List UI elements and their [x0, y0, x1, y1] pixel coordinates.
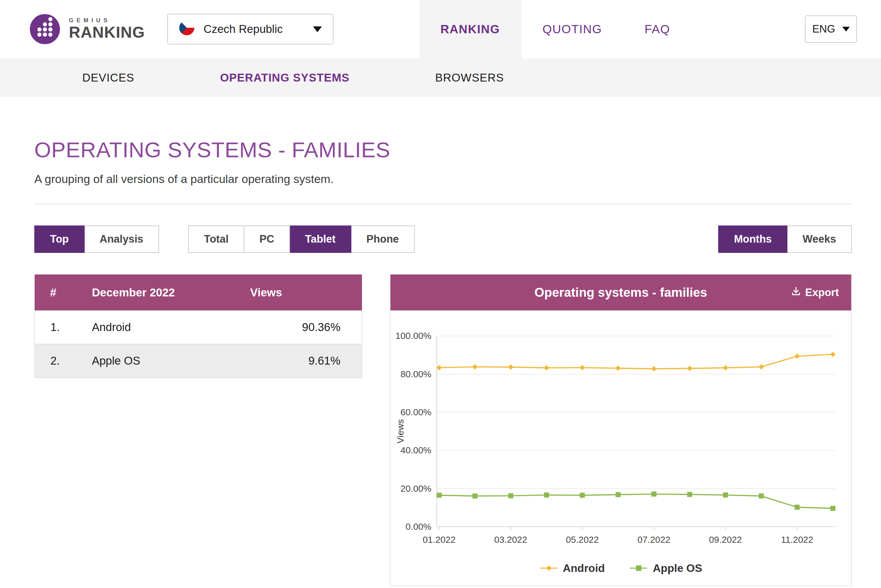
svg-text:100.00%: 100.00% — [395, 331, 431, 341]
pc-button[interactable]: PC — [245, 225, 290, 253]
android-series-marker-icon — [540, 564, 558, 572]
chart-body: 0.00%20.00%40.00%60.00%80.00%100.00%01.2… — [390, 310, 851, 586]
svg-text:80.00%: 80.00% — [401, 369, 431, 380]
download-icon — [791, 286, 801, 299]
export-label: Export — [805, 286, 839, 299]
svg-text:05.2022: 05.2022 — [566, 534, 599, 545]
svg-text:01.2022: 01.2022 — [423, 534, 456, 545]
svg-text:03.2022: 03.2022 — [494, 534, 527, 545]
legend-apple-os-label: Apple OS — [653, 562, 702, 574]
svg-text:20.00%: 20.00% — [401, 483, 431, 494]
weeks-button[interactable]: Weeks — [787, 225, 852, 253]
svg-text:09.2022: 09.2022 — [709, 534, 742, 545]
views-cell: 90.36% — [250, 310, 362, 344]
nav-ranking[interactable]: RANKING — [419, 0, 521, 58]
language-selector-value: ENG — [812, 23, 835, 35]
subnav-devices[interactable]: DEVICES — [82, 71, 134, 84]
table-row: 2. Apple OS 9.61% — [35, 344, 362, 378]
export-button[interactable]: Export — [791, 274, 839, 310]
chevron-down-icon — [842, 27, 850, 32]
total-button[interactable]: Total — [188, 225, 245, 253]
chart-panel: Operating systems - families Export 0.00… — [390, 274, 852, 586]
ranking-table: # December 2022 Views 1. Android 90.36% … — [34, 274, 362, 378]
subnav: DEVICES OPERATING SYSTEMS BROWSERS — [0, 58, 881, 97]
legend-item-android[interactable]: Android — [540, 562, 605, 574]
table-header-row: # December 2022 Views — [35, 274, 362, 310]
period-toggle-group: Months Weeks — [718, 225, 852, 253]
chart-legend: Android Apple OS — [395, 562, 847, 579]
svg-text:Views: Views — [395, 419, 405, 443]
page-subtitle: A grouping of all versions of a particul… — [34, 172, 852, 186]
svg-text:07.2022: 07.2022 — [637, 534, 670, 545]
header: GEMIUS RANKING Czech Republic RANKING QU… — [0, 0, 881, 58]
nav-quoting[interactable]: QUOTING — [521, 0, 624, 58]
chevron-down-icon — [313, 26, 322, 32]
svg-text:40.00%: 40.00% — [401, 445, 431, 455]
legend-android-label: Android — [563, 562, 605, 574]
os-name-cell: Apple OS — [88, 344, 250, 378]
rank-cell: 1. — [35, 310, 88, 344]
country-selector-value: Czech Republic — [204, 22, 283, 36]
svg-text:60.00%: 60.00% — [401, 407, 431, 417]
svg-text:11.2022: 11.2022 — [781, 534, 813, 545]
brand-ranking-label: RANKING — [69, 24, 145, 41]
top-button[interactable]: Top — [34, 225, 85, 253]
device-toggle-group: Total PC Tablet Phone — [188, 225, 415, 253]
column-views: Views — [250, 274, 362, 310]
phone-button[interactable]: Phone — [351, 225, 415, 253]
country-selector[interactable]: Czech Republic — [167, 14, 333, 45]
months-button[interactable]: Months — [718, 225, 787, 253]
content-row: # December 2022 Views 1. Android 90.36% … — [34, 274, 852, 588]
apple-os-series-marker-icon — [629, 564, 648, 572]
brand-logo[interactable]: GEMIUS RANKING — [29, 14, 145, 45]
subnav-operating-systems[interactable]: OPERATING SYSTEMS — [220, 71, 350, 84]
legend-item-apple-os[interactable]: Apple OS — [629, 562, 702, 574]
czech-flag-icon — [179, 20, 195, 38]
subnav-browsers[interactable]: BROWSERS — [435, 71, 504, 84]
main-nav: RANKING QUOTING FAQ — [419, 0, 692, 58]
os-families-line-chart[interactable]: 0.00%20.00%40.00%60.00%80.00%100.00%01.2… — [395, 324, 847, 561]
analysis-button[interactable]: Analysis — [85, 225, 159, 253]
chart-panel-header: Operating systems - families Export — [390, 274, 851, 310]
os-name-cell: Android — [88, 310, 250, 344]
column-rank: # — [35, 274, 88, 310]
rank-cell: 2. — [35, 344, 88, 378]
table-row: 1. Android 90.36% — [35, 310, 362, 344]
divider — [34, 204, 852, 204]
gemius-logo-icon — [29, 14, 61, 45]
column-period: December 2022 — [88, 274, 250, 310]
brand-gemius-label: GEMIUS — [69, 17, 145, 24]
language-selector[interactable]: ENG — [805, 15, 857, 43]
toolbar: Top Analysis Total PC Tablet Phone Month… — [34, 225, 852, 253]
page-title: OPERATING SYSTEMS - FAMILIES — [34, 137, 852, 162]
main-content: OPERATING SYSTEMS - FAMILIES A grouping … — [0, 137, 881, 588]
nav-faq[interactable]: FAQ — [623, 0, 692, 58]
brand-text: GEMIUS RANKING — [69, 17, 145, 41]
chart-title: Operating systems - families — [534, 285, 707, 300]
view-toggle-group: Top Analysis — [34, 225, 159, 253]
tablet-button[interactable]: Tablet — [290, 225, 351, 253]
views-cell: 9.61% — [250, 344, 362, 378]
svg-text:0.00%: 0.00% — [405, 522, 431, 532]
